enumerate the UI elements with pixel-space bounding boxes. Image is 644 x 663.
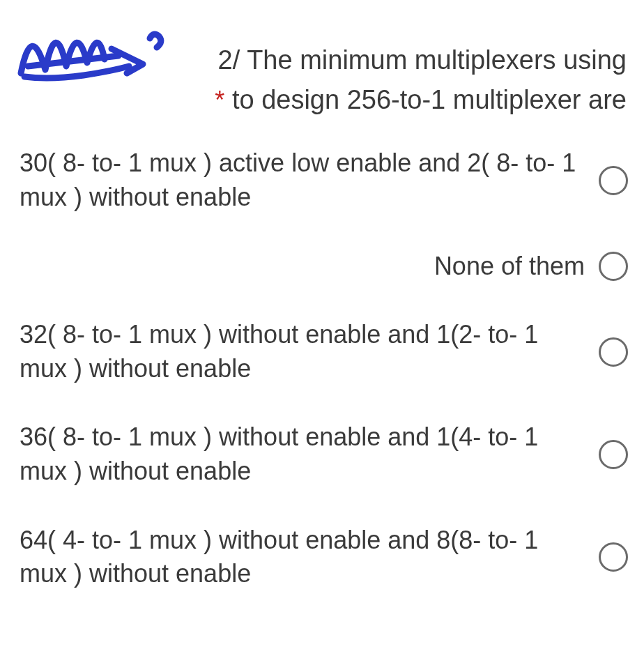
option-row[interactable]: 30( 8- to- 1 mux ) active low enable and… xyxy=(20,146,634,214)
question-prefix: 2/ xyxy=(218,45,240,75)
radio-button[interactable] xyxy=(599,440,628,469)
radio-button[interactable] xyxy=(599,166,628,195)
option-label: 30( 8- to- 1 mux ) active low enable and… xyxy=(20,146,599,214)
option-label: 64( 4- to- 1 mux ) without enable and 8(… xyxy=(20,524,599,591)
options-list: 30( 8- to- 1 mux ) active low enable and… xyxy=(0,119,644,590)
radio-button[interactable] xyxy=(599,542,628,572)
question-text-1: The minimum multiplexers using xyxy=(247,45,627,75)
radio-button[interactable] xyxy=(599,337,628,367)
scribble-annotation xyxy=(7,7,167,98)
option-row[interactable]: 64( 4- to- 1 mux ) without enable and 8(… xyxy=(20,524,634,591)
option-label: None of them xyxy=(20,250,599,284)
option-row[interactable]: None of them xyxy=(20,250,634,284)
option-row[interactable]: 32( 8- to- 1 mux ) without enable and 1(… xyxy=(20,318,634,386)
required-asterisk: * xyxy=(215,86,224,114)
question-text-2: to design 256-to-1 multiplexer are xyxy=(232,85,627,114)
radio-button[interactable] xyxy=(599,252,628,281)
option-label: 36( 8- to- 1 mux ) without enable and 1(… xyxy=(20,420,599,488)
option-label: 32( 8- to- 1 mux ) without enable and 1(… xyxy=(20,318,599,386)
question-header: 2/ The minimum multiplexers using * to d… xyxy=(0,0,644,119)
option-row[interactable]: 36( 8- to- 1 mux ) without enable and 1(… xyxy=(20,420,634,488)
